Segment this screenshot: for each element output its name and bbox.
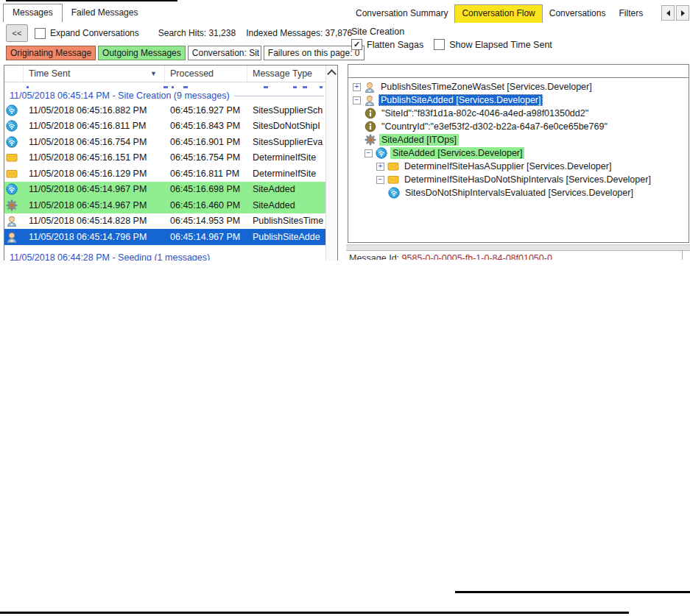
table-vertical-scrollbar[interactable]: [325, 66, 337, 261]
option-flatten-sagas: ✓Flatten Sagas: [351, 39, 423, 50]
cell-processed: 06:45:16.811 PM: [165, 169, 247, 179]
option-label: Show Elapsed Time Sent: [449, 40, 552, 50]
expander-minus-icon[interactable]: −: [353, 96, 361, 105]
command-icon: [4, 168, 24, 180]
cell-message-type: SitesSupplierEva: [247, 137, 325, 147]
cell-processed: 06:45:14.953 PM: [165, 216, 247, 226]
cell-time-sent: 11/05/2018 06:45:14.967 PM: [24, 184, 165, 194]
collapse-search-button[interactable]: <<: [6, 24, 28, 42]
tree-item[interactable]: −PublishSiteAdded [Services.Developer]: [348, 93, 689, 107]
tab-filters[interactable]: Filters: [612, 5, 649, 22]
option-show-elapsed-time-sent: Show Elapsed Time Sent: [434, 39, 552, 50]
group-header-label: 11/05/2018 06:45:14 PM - Site Creation (…: [10, 91, 230, 101]
tree-header-divider: [348, 77, 689, 78]
tree-item[interactable]: −DetermineIfSiteHasDoNotShipIntervals [S…: [348, 173, 689, 186]
cell-time-sent: 11/05/2018 06:45:16.811 PM: [24, 121, 165, 131]
message-type-column-header[interactable]: Message Type: [247, 66, 325, 82]
tree-item[interactable]: SitesDoNotShipIntervalsEvaluated [Servic…: [348, 186, 689, 199]
message-id-value: 9585-0-0-0005-fb-1-0-84-08f01050-0: [402, 253, 552, 260]
cell-processed: 06:45:16.843 PM: [165, 121, 247, 131]
event-icon: [4, 183, 24, 195]
cell-message-type: DetermineIfSite: [247, 169, 325, 179]
expand-conversations-checkbox[interactable]: [35, 28, 46, 39]
scroll-up-icon[interactable]: [327, 69, 337, 79]
person-icon: [364, 81, 376, 93]
tree-item[interactable]: "SiteId":"f83f1d1a-802c-4046-a4ed-a98f01…: [348, 107, 689, 120]
flow-options: ✓Flatten SagasShow Elapsed Time Sent: [351, 39, 552, 50]
message-row[interactable]: 11/05/2018 06:45:14.828 PM06:45:14.953 P…: [4, 213, 337, 230]
message-id-label: Message Id:: [349, 253, 399, 260]
tab-scroll-left-button[interactable]: [661, 5, 675, 21]
expand-conversations-label: Expand Conversations: [50, 28, 139, 38]
event-icon: [388, 187, 400, 199]
tab-scroll-right-button[interactable]: [676, 5, 689, 21]
cell-message-type: PublishSitesTime: [247, 216, 325, 226]
cell-message-type: SitesSupplierSch: [247, 105, 325, 116]
tree-item[interactable]: "CountryId":"e3ef53f2-d302-b22a-64a7-6e0…: [348, 120, 689, 133]
conversation-filter-badge: Conversation: Sit: [188, 46, 261, 60]
expander-minus-icon[interactable]: −: [376, 176, 384, 184]
tab-conversations[interactable]: Conversations: [543, 5, 613, 22]
processed-column-header[interactable]: Processed: [165, 66, 247, 82]
tab-messages[interactable]: Messages: [3, 4, 63, 22]
expander-minus-icon[interactable]: −: [365, 149, 373, 157]
tree-item[interactable]: +DetermineIfSiteHasASupplier [Services.D…: [348, 160, 689, 173]
tree-item[interactable]: +PublishSitesTimeZoneWasSet [Services.De…: [348, 80, 689, 93]
message-row[interactable]: 11/05/2018 06:45:16.129 PM06:45:16.811 P…: [4, 166, 337, 182]
next-group-header-clipped[interactable]: 11/05/2018 06:44:28 PM - Seeding (1 mess…: [4, 252, 337, 261]
table-header-row: Time Sent ▼ Processed Message Type: [4, 66, 337, 82]
tree-item-label: PublishSiteAdded [Services.Developer]: [379, 94, 543, 106]
decorative-line-top: [6, 0, 177, 1]
expander-plus-icon[interactable]: +: [376, 163, 384, 171]
event-icon: [4, 105, 24, 116]
cell-message-type: SitesDoNotShipI: [247, 121, 325, 131]
time-sent-column-header[interactable]: Time Sent ▼: [24, 66, 165, 82]
event-icon: [4, 136, 24, 148]
clipped-row-fragments: [4, 82, 337, 89]
panel-splitter[interactable]: [346, 244, 690, 251]
failures-count-badge: Failures on this page: 0: [264, 46, 365, 60]
messages-tabbar: MessagesFailed Messages: [3, 4, 147, 21]
tree-items: +PublishSitesTimeZoneWasSet [Services.De…: [348, 80, 689, 242]
message-row[interactable]: 11/05/2018 06:45:16.882 PM06:45:16.927 P…: [4, 102, 337, 118]
message-row[interactable]: 11/05/2018 06:45:16.754 PM06:45:16.901 P…: [4, 134, 337, 150]
icon-column-header[interactable]: [4, 66, 24, 82]
message-row[interactable]: 11/05/2018 06:45:14.796 PM06:45:14.967 P…: [4, 229, 337, 245]
checkbox-show-elapsed-time-sent[interactable]: [434, 39, 445, 50]
tree-item-label: "SiteId":"f83f1d1a-802c-4046-a4ed-a98f01…: [379, 107, 591, 119]
arrow-right-icon: [681, 10, 685, 16]
conversation-group-header[interactable]: 11/05/2018 06:45:14 PM - Site Creation (…: [4, 89, 337, 102]
message-row[interactable]: 11/05/2018 06:45:14.967 PM06:45:16.698 P…: [4, 182, 337, 198]
tree-item[interactable]: −SiteAdded [Services.Developer]: [348, 146, 689, 160]
tab-failed-messages[interactable]: Failed Messages: [63, 4, 147, 21]
cell-message-type: SiteAdded: [247, 184, 325, 194]
cell-processed: 06:45:16.927 PM: [165, 105, 247, 116]
indexed-messages-label: Indexed Messages: 37,876: [246, 28, 352, 38]
messages-toolbar: << Expand Conversations Search Hits: 31,…: [6, 24, 352, 42]
conversation-tabbar: Conversation SummaryConversation FlowCon…: [349, 4, 689, 22]
messages-table: Time Sent ▼ Processed Message Type 11/05…: [4, 65, 338, 261]
tree-item-label: PublishSitesTimeZoneWasSet [Services.Dev…: [379, 81, 594, 93]
conversation-title: Site Creation: [351, 26, 404, 37]
tree-item-label: DetermineIfSiteHasDoNotShipIntervals [Se…: [402, 174, 653, 185]
tab-conversation-flow[interactable]: Conversation Flow: [454, 4, 542, 23]
tab-scroll-buttons: [661, 5, 689, 21]
time-sent-header-label: Time Sent: [29, 68, 71, 79]
arrow-left-icon: [666, 10, 670, 16]
cell-processed: 06:45:16.698 PM: [165, 184, 247, 194]
status-divider-line: [682, 250, 683, 260]
checkbox-flatten-sagas[interactable]: ✓: [351, 39, 362, 50]
tree-item-label: SiteAdded [Services.Developer]: [390, 147, 524, 159]
command-icon: [387, 174, 399, 185]
tree-item[interactable]: SiteAdded [ITOps]: [348, 133, 689, 146]
expander-plus-icon[interactable]: +: [353, 83, 361, 91]
message-row[interactable]: 11/05/2018 06:45:14.967 PM06:45:16.460 P…: [4, 197, 337, 213]
person-icon: [4, 231, 24, 243]
cell-processed: 06:45:16.460 PM: [165, 200, 247, 210]
person-icon: [4, 215, 24, 227]
tab-conversation-summary[interactable]: Conversation Summary: [349, 5, 454, 22]
message-row[interactable]: 11/05/2018 06:45:16.811 PM06:45:16.843 P…: [4, 118, 337, 135]
conversation-flow-tree: +PublishSitesTimeZoneWasSet [Services.De…: [348, 64, 689, 243]
message-legend: Originating Message Outgoing Messages Co…: [6, 46, 365, 60]
message-row[interactable]: 11/05/2018 06:45:16.151 PM06:45:16.754 P…: [4, 150, 337, 166]
